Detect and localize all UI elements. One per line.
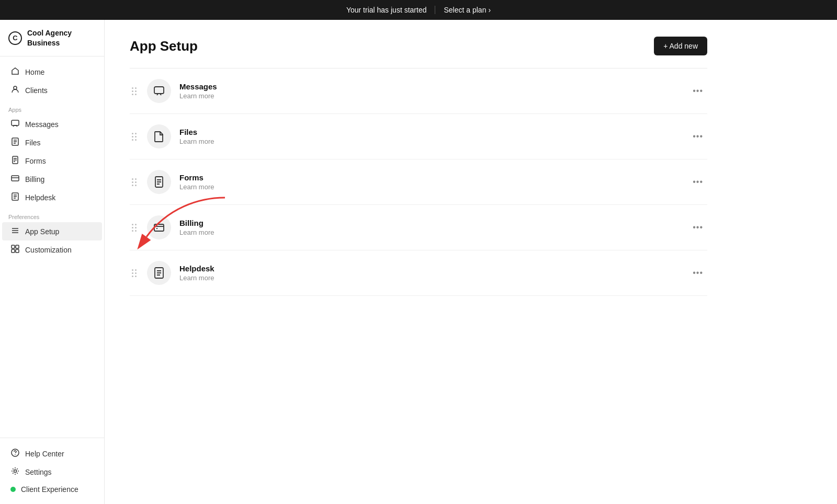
files-icon [10, 138, 20, 147]
table-row: Billing Learn more ••• [130, 205, 707, 250]
sidebar-item-helpdesk-label: Helpdesk [25, 193, 55, 202]
svg-rect-16 [154, 87, 164, 94]
messages-app-icon [147, 79, 171, 103]
sidebar-item-billing[interactable]: Billing [2, 170, 102, 188]
add-new-button[interactable]: + Add new [654, 37, 707, 55]
helpdesk-learn-more[interactable]: Learn more [179, 274, 680, 282]
messages-menu-button[interactable]: ••• [688, 83, 707, 99]
svg-rect-10 [16, 245, 19, 248]
billing-learn-more[interactable]: Learn more [179, 228, 680, 236]
table-row: Helpdesk Learn more ••• [130, 250, 707, 296]
sidebar-item-client-experience-label: Client Experience [21, 485, 78, 494]
sidebar-item-forms-label: Forms [25, 157, 46, 165]
svg-point-0 [14, 86, 17, 89]
sidebar-item-help-center[interactable]: Help Center [2, 444, 102, 463]
apps-section-label: Apps [0, 99, 104, 115]
select-plan-link[interactable]: Select a plan › [444, 6, 491, 14]
files-menu-button[interactable]: ••• [688, 129, 707, 144]
sidebar-item-forms[interactable]: Forms [2, 152, 102, 170]
drag-handle-forms[interactable] [130, 176, 139, 188]
helpdesk-app-icon [147, 261, 171, 285]
messages-icon [10, 119, 20, 129]
helpdesk-menu-button[interactable]: ••• [688, 265, 707, 281]
drag-handle-messages[interactable] [130, 85, 139, 97]
sidebar-item-help-center-label: Help Center [25, 450, 64, 458]
help-center-icon [10, 449, 20, 459]
svg-rect-4 [12, 176, 19, 181]
billing-app-name: Billing [179, 219, 680, 227]
chevron-icon: › [488, 6, 491, 14]
page-header: App Setup + Add new [130, 37, 707, 55]
billing-app-info: Billing Learn more [179, 219, 680, 236]
sidebar-bottom: Help Center Settings Client Experience [0, 438, 104, 504]
main-content-wrapper: App Setup + Add new [105, 20, 837, 504]
messages-app-info: Messages Learn more [179, 82, 680, 100]
svg-point-14 [14, 470, 17, 473]
helpdesk-icon [10, 192, 20, 202]
sidebar-item-billing-label: Billing [25, 175, 44, 184]
sidebar-item-customization-label: Customization [25, 246, 72, 254]
brand-icon: C [8, 31, 22, 45]
select-plan-text: Select a plan [444, 6, 486, 14]
billing-icon [10, 174, 20, 184]
svg-rect-11 [12, 249, 15, 253]
app-setup-icon [10, 226, 20, 236]
helpdesk-app-info: Helpdesk Learn more [179, 264, 680, 282]
top-banner: Your trial has just started Select a pla… [0, 0, 837, 20]
table-row: Forms Learn more ••• [130, 159, 707, 205]
content-inner: App Setup + Add new [105, 20, 732, 313]
home-icon [10, 67, 20, 77]
sidebar-item-customization[interactable]: Customization [2, 240, 102, 259]
trial-text: Your trial has just started [346, 6, 427, 14]
settings-icon [10, 467, 20, 477]
preferences-section-label: Preferences [0, 207, 104, 222]
banner-divider [435, 6, 435, 14]
sidebar-item-clients[interactable]: Clients [2, 81, 102, 99]
clients-icon [10, 85, 20, 95]
app-list: Messages Learn more ••• [130, 68, 707, 296]
drag-handle-files[interactable] [130, 131, 139, 143]
sidebar-item-settings-label: Settings [25, 468, 52, 476]
drag-handle-helpdesk[interactable] [130, 267, 139, 279]
sidebar-item-settings[interactable]: Settings [2, 463, 102, 481]
sidebar-item-app-setup[interactable]: App Setup [2, 222, 102, 240]
files-learn-more[interactable]: Learn more [179, 138, 680, 145]
sidebar-item-home-label: Home [25, 68, 44, 76]
svg-rect-9 [12, 245, 15, 248]
table-row: Messages Learn more ••• [130, 68, 707, 114]
sidebar-item-app-setup-label: App Setup [25, 227, 59, 236]
sidebar-item-helpdesk[interactable]: Helpdesk [2, 188, 102, 207]
sidebar-item-files-label: Files [25, 139, 41, 147]
sidebar-item-messages[interactable]: Messages [2, 115, 102, 133]
sidebar-item-clients-label: Clients [25, 86, 48, 95]
main-layout: C Cool Agency Business Home [0, 20, 837, 504]
sidebar-item-home[interactable]: Home [2, 63, 102, 81]
page-title: App Setup [130, 38, 198, 54]
forms-app-icon [147, 170, 171, 194]
messages-app-name: Messages [179, 82, 680, 91]
files-app-name: Files [179, 128, 680, 136]
main-content: App Setup + Add new [105, 20, 837, 313]
svg-rect-18 [154, 224, 164, 231]
billing-menu-button[interactable]: ••• [688, 220, 707, 235]
sidebar-item-messages-label: Messages [25, 120, 59, 129]
status-dot-icon [10, 487, 16, 492]
forms-menu-button[interactable]: ••• [688, 174, 707, 190]
sidebar-item-files[interactable]: Files [2, 133, 102, 152]
sidebar-item-client-experience[interactable]: Client Experience [2, 481, 102, 498]
messages-learn-more[interactable]: Learn more [179, 92, 680, 100]
files-app-info: Files Learn more [179, 128, 680, 145]
brand-name: Cool Agency Business [27, 28, 96, 47]
sidebar-nav: Home Clients Apps [0, 56, 104, 438]
forms-learn-more[interactable]: Learn more [179, 183, 680, 191]
forms-icon [10, 156, 20, 166]
sidebar-brand[interactable]: C Cool Agency Business [0, 20, 104, 56]
forms-app-name: Forms [179, 173, 680, 182]
svg-rect-1 [12, 120, 19, 125]
helpdesk-app-name: Helpdesk [179, 264, 680, 273]
files-app-icon [147, 124, 171, 148]
forms-app-info: Forms Learn more [179, 173, 680, 191]
table-row: Files Learn more ••• [130, 114, 707, 159]
billing-app-icon [147, 215, 171, 239]
drag-handle-billing[interactable] [130, 222, 139, 234]
